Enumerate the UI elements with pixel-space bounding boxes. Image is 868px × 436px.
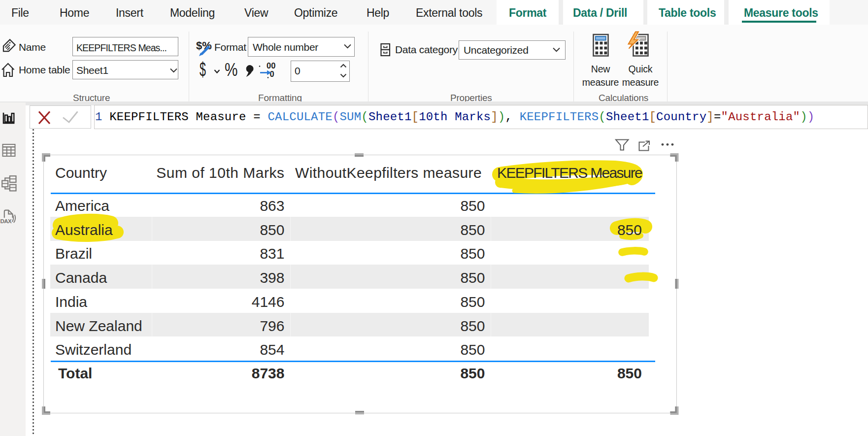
svg-text:%: % [225,60,238,80]
svg-text:DAX: DAX [0,218,12,224]
svg-text:$: $ [200,59,206,80]
svg-text:$%: $% [196,39,212,52]
svg-text:0: 0 [270,69,274,78]
svg-text:00: 00 [267,61,275,70]
